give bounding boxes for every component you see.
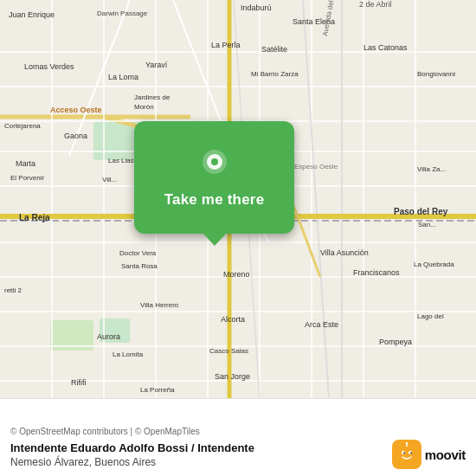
svg-text:2 de Abril: 2 de Abril bbox=[359, 0, 392, 9]
location-info: Intendente Eduardo Adolfo Bossi / Intend… bbox=[10, 440, 466, 469]
location-sub: Nemesio Álvarez, Buenos Aires bbox=[10, 456, 382, 468]
location-pin-icon bbox=[196, 146, 234, 184]
svg-text:La Reja: La Reja bbox=[19, 213, 50, 222]
svg-text:Pompeya: Pompeya bbox=[379, 338, 412, 346]
map-container: Juan Enrique Darwin Passage Indaburú San… bbox=[0, 0, 476, 398]
svg-text:Mi Barrio Zarza: Mi Barrio Zarza bbox=[251, 70, 299, 78]
svg-text:Villa Asunción: Villa Asunción bbox=[320, 248, 369, 257]
svg-text:La Loma: La Loma bbox=[108, 73, 138, 81]
svg-text:Rififi: Rififi bbox=[71, 378, 87, 387]
svg-text:Aurora: Aurora bbox=[97, 332, 120, 341]
svg-text:La Porreña: La Porreña bbox=[140, 386, 175, 394]
svg-text:Satélite: Satélite bbox=[261, 45, 287, 54]
svg-point-87 bbox=[410, 453, 412, 454]
moovit-logo: moovit bbox=[392, 440, 466, 469]
svg-text:Villa Herrero: Villa Herrero bbox=[140, 301, 179, 309]
svg-text:Bongiovanni: Bongiovanni bbox=[417, 70, 455, 78]
svg-text:Villa Za...: Villa Za... bbox=[417, 165, 446, 173]
svg-point-86 bbox=[403, 453, 405, 454]
location-name: Intendente Eduardo Adolfo Bossi / Intend… bbox=[10, 441, 382, 456]
svg-text:La Lomita: La Lomita bbox=[113, 351, 144, 358]
location-text: Intendente Eduardo Adolfo Bossi / Intend… bbox=[10, 441, 382, 468]
svg-text:Lomas Verdes: Lomas Verdes bbox=[24, 62, 74, 71]
svg-text:retti 2: retti 2 bbox=[4, 286, 23, 294]
svg-text:Alcorta: Alcorta bbox=[221, 315, 245, 324]
svg-text:Vill...: Vill... bbox=[102, 176, 117, 183]
svg-text:Indaburú: Indaburú bbox=[241, 3, 272, 12]
svg-text:Las Llas: Las Llas bbox=[108, 157, 134, 164]
svg-text:Paso del Rey: Paso del Rey bbox=[394, 207, 448, 216]
svg-text:Jardines de: Jardines de bbox=[134, 93, 170, 101]
popup-card[interactable]: Take me there bbox=[134, 121, 294, 234]
svg-text:La Perla: La Perla bbox=[211, 41, 241, 49]
svg-text:Santa Rosa: Santa Rosa bbox=[121, 262, 158, 270]
svg-text:Morón: Morón bbox=[134, 103, 154, 111]
svg-text:Espeso Oeste: Espeso Oeste bbox=[294, 163, 338, 170]
map-attribution: © OpenStreetMap contributors | © OpenMap… bbox=[10, 427, 466, 436]
svg-text:Juan Enrique: Juan Enrique bbox=[9, 10, 55, 19]
svg-text:Casco Salas: Casco Salas bbox=[209, 347, 248, 355]
svg-text:Las Catonas: Las Catonas bbox=[363, 43, 408, 52]
svg-text:Moreno: Moreno bbox=[223, 270, 250, 279]
take-me-there-button[interactable]: Take me there bbox=[164, 191, 265, 209]
svg-text:San...: San... bbox=[418, 221, 436, 228]
svg-text:El Porvenir: El Porvenir bbox=[10, 174, 44, 182]
svg-text:Doctor Vera: Doctor Vera bbox=[119, 249, 157, 257]
svg-text:Franciscanos: Franciscanos bbox=[353, 268, 400, 277]
svg-text:La Quebrada: La Quebrada bbox=[414, 261, 454, 268]
bottom-bar: © OpenStreetMap contributors | © OpenMap… bbox=[0, 398, 476, 476]
svg-point-82 bbox=[211, 158, 218, 165]
moovit-icon bbox=[392, 440, 421, 469]
svg-text:Darwin Passage: Darwin Passage bbox=[97, 10, 148, 17]
moovit-label: moovit bbox=[425, 447, 466, 462]
svg-text:Gaona: Gaona bbox=[64, 132, 87, 140]
svg-text:Lago del: Lago del bbox=[417, 312, 444, 320]
svg-text:San Jorge: San Jorge bbox=[215, 372, 250, 381]
moovit-face-svg bbox=[395, 442, 419, 466]
svg-text:Arca Este: Arca Este bbox=[305, 320, 338, 329]
svg-text:Yaraví: Yaraví bbox=[145, 61, 168, 69]
svg-text:Acceso Oeste: Acceso Oeste bbox=[50, 106, 102, 114]
svg-text:Marta: Marta bbox=[16, 159, 35, 168]
svg-text:Cortejarena: Cortejarena bbox=[4, 122, 41, 130]
